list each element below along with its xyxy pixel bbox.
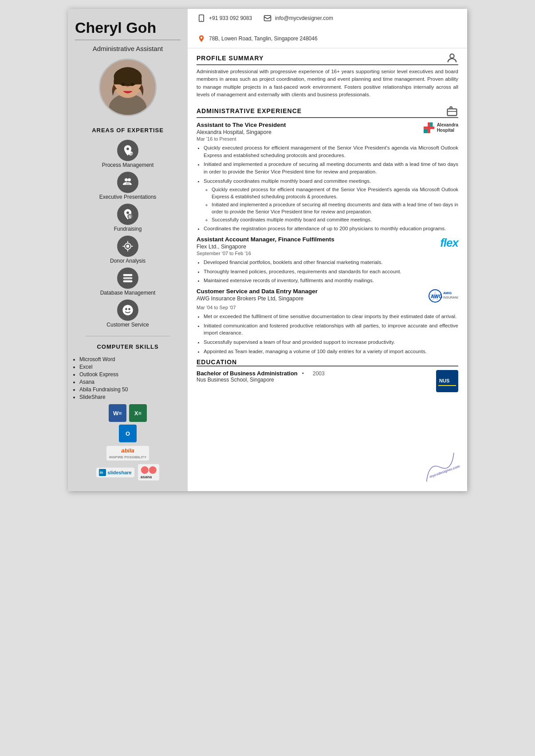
- admin-exp-header: ADMINISTRATIVE EXPERIENCE: [197, 105, 458, 118]
- email-icon: [263, 13, 272, 23]
- skill-abila: Abila Fundraising 50: [79, 386, 181, 393]
- job-2: Assistant Account Manager, Finance Fulfi…: [197, 236, 458, 284]
- skill-excel: Excel: [79, 364, 181, 370]
- profile-summary-header: PROFILE SUMMARY: [197, 52, 458, 65]
- job-3: Customer Service and Data Entry Manager …: [197, 288, 458, 355]
- job-2-dates: September '07 to Feb '16: [197, 251, 458, 256]
- job-3-bullets: Met or exceeded the fulfilment of time s…: [197, 313, 458, 355]
- candidate-title: Administrative Assistant: [93, 45, 163, 52]
- job-3-bullet-1: Met or exceeded the fulfilment of time s…: [204, 313, 458, 320]
- svg-rect-27: [448, 109, 457, 115]
- expertise-donor-analysis: Donor Analysis: [110, 236, 146, 264]
- skill-slideshare: SlideShare: [79, 394, 181, 400]
- svg-text:INSURANCE: INSURANCE: [443, 296, 458, 299]
- svg-rect-24: [264, 16, 271, 21]
- svg-point-25: [201, 37, 203, 39]
- logo-row: abila INSPIRE POSSIBILITY: [106, 446, 149, 461]
- svg-point-8: [125, 178, 128, 181]
- expertise-database-label: Database Management: [100, 290, 156, 296]
- job-1-dates: Mar '16 to Present: [197, 136, 458, 142]
- executive-presentations-icon: [117, 172, 138, 193]
- location-icon: [197, 34, 206, 43]
- phone-number: +91 933 092 9083: [209, 15, 252, 21]
- svg-rect-16: [123, 277, 133, 280]
- job-1-sub-bullets: Quickly executed process for efficient m…: [204, 186, 458, 223]
- job-3-bullet-2: Initiated communication and fostered pro…: [204, 322, 458, 337]
- sidebar: Cheryl Goh Administrative Assistant: [68, 9, 188, 491]
- svg-text:AWG: AWG: [443, 291, 452, 295]
- abila-logo: abila INSPIRE POSSIBILITY: [106, 446, 149, 461]
- admin-exp-title: ADMINISTRATIVE EXPERIENCE: [197, 107, 302, 114]
- email-contact: info@mycvdesigner.com: [263, 13, 333, 23]
- svg-rect-17: [123, 280, 133, 283]
- expertise-executive-presentations: Executive Presentations: [99, 172, 157, 200]
- fundraising-icon: $: [117, 204, 138, 225]
- profile-text: Administrative professional with progres…: [197, 68, 458, 98]
- svg-point-23: [201, 20, 202, 21]
- job-1-sub-2: Initiated and implemented a procedure of…: [212, 201, 458, 215]
- avatar: [99, 59, 157, 116]
- expertise-donor-analysis-label: Donor Analysis: [110, 258, 146, 264]
- skill-word: Microsoft Word: [79, 356, 181, 362]
- skill-asana: Asana: [79, 379, 181, 385]
- job-3-company: AWG Insurance Brokers Pte Ltd, Singapore: [197, 295, 318, 302]
- watermark: mycvdesigner.com: [415, 447, 466, 489]
- svg-point-26: [450, 54, 454, 58]
- address-contact: 78B, Lowen Road, Tanglin, Singapore 2480…: [197, 34, 318, 43]
- svg-text:NUS: NUS: [439, 378, 449, 383]
- expertise-customer-service-label: Customer Service: [106, 322, 149, 328]
- skill-icons: W≡ X≡: [109, 404, 147, 422]
- alex-text: AlexandraHospital: [437, 122, 458, 133]
- briefcase-icon: [446, 105, 458, 117]
- word-icon: W≡: [109, 404, 126, 422]
- education-section: EDUCATION Bachelor of Business Administr…: [197, 358, 458, 394]
- outlook-icon: O: [119, 425, 137, 442]
- job-3-bullet-3: Successfully supervised a team of four a…: [204, 339, 458, 346]
- phone-icon: [197, 13, 206, 23]
- phone-contact: +91 933 092 9083: [197, 13, 252, 23]
- email-address: info@mycvdesigner.com: [275, 15, 333, 21]
- computer-skills-list: Microsoft Word Excel Outlook Express Asa…: [75, 356, 181, 402]
- expertise-section-title: AREAS OF EXPERTISE: [92, 127, 164, 134]
- database-management-icon: [117, 268, 138, 289]
- expertise-process-management: ⚙ Process Management: [102, 140, 154, 168]
- svg-text:⚙: ⚙: [130, 152, 133, 156]
- alex-cross-icon: [423, 122, 435, 134]
- svg-point-14: [126, 245, 129, 248]
- job-2-bullet-2: Thoroughly learned policies, procedures,…: [204, 268, 458, 276]
- job-3-title: Customer Service and Data Entry Manager: [197, 288, 318, 295]
- svg-point-19: [128, 308, 130, 311]
- university-logo: NUS: [436, 370, 458, 394]
- process-management-icon: ⚙: [117, 140, 138, 161]
- profile-summary-title: PROFILE SUMMARY: [197, 55, 264, 62]
- skill-outlook: Outlook Express: [79, 371, 181, 378]
- svg-rect-30: [428, 122, 430, 133]
- slideshare-logo: in slideshare: [96, 468, 134, 477]
- profile-icon: [446, 52, 458, 64]
- svg-point-18: [125, 308, 127, 311]
- svg-point-4: [122, 83, 125, 86]
- job-1-bullet-1: Quickly executed process for efficient m…: [204, 144, 458, 159]
- job-2-bullets: Developed financial portfolios, booklets…: [197, 259, 458, 284]
- excel-icon: X≡: [129, 404, 147, 422]
- job-2-company: Flex Ltd., Singapore: [197, 244, 334, 250]
- job-3-bullet-4: Appointed as Team leader, managing a vol…: [204, 348, 458, 355]
- education-title: EDUCATION: [197, 358, 237, 366]
- job-1-sub-3: Successfully coordinates multiple monthl…: [212, 217, 458, 223]
- job-1-sub-1: Quickly executed process for efficient m…: [212, 186, 458, 200]
- logo-row-2: in slideshare ⬤⬤ asana: [96, 464, 159, 480]
- job-2-bullet-1: Developed financial portfolios, booklets…: [204, 259, 458, 266]
- customer-service-icon: [117, 299, 138, 321]
- edu-year: 2003: [313, 370, 325, 377]
- job-1-bullets: Quickly executed process for efficient m…: [197, 144, 458, 232]
- job-1-company: Alexandra Hospital, Singapore: [197, 129, 286, 135]
- expertise-customer-service: Customer Service: [106, 299, 149, 328]
- job-1-extra-bullet: Coordinates the registration process for…: [204, 225, 458, 232]
- expertise-fundraising-label: Fundraising: [114, 226, 142, 232]
- svg-text:$: $: [129, 215, 131, 220]
- computer-skills-title: COMPUTER SKILLS: [97, 343, 158, 350]
- svg-point-9: [128, 178, 131, 181]
- skill-icons-2: O: [119, 425, 137, 442]
- awg-logo: AWG AWG INSURANCE: [427, 288, 458, 304]
- expertise-process-management-label: Process Management: [102, 162, 154, 168]
